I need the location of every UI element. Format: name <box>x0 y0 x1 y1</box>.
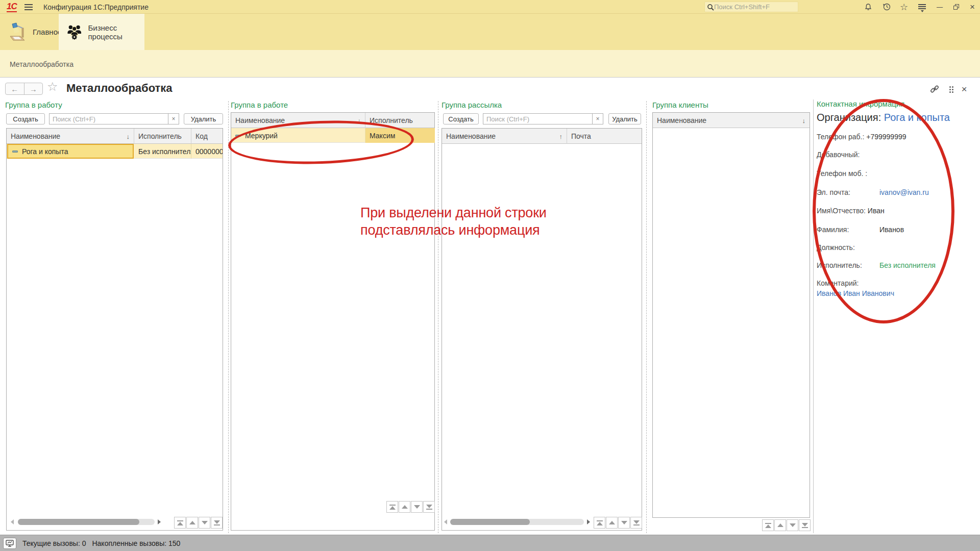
col3-delete-button[interactable]: Удалить <box>608 113 641 124</box>
breadcrumb[interactable]: Металлообработка <box>10 60 74 68</box>
back-button[interactable]: ← <box>6 83 24 94</box>
global-search-box[interactable] <box>704 2 798 12</box>
go-last-button[interactable] <box>799 519 811 531</box>
col-header-executor[interactable]: Исполнитель <box>134 129 191 144</box>
add-favorite-star-icon[interactable]: ☆ <box>47 81 58 93</box>
contact-info-heading: Контактная информация <box>817 99 904 108</box>
cell-executor[interactable]: Без исполнителя <box>134 144 191 159</box>
go-up-button[interactable] <box>399 501 410 513</box>
group-mailing-table: Наименование↑ Почта <box>442 128 642 531</box>
hscroll-right-arrow[interactable] <box>158 519 161 524</box>
col-header-code[interactable]: Код <box>191 129 223 144</box>
table-header-row: Наименование↓ <box>653 113 810 128</box>
col-header-executor[interactable]: Исполнитель <box>365 113 435 128</box>
table-header-row: Наименование↑ Почта <box>442 129 642 144</box>
column-splitter[interactable] <box>646 101 647 533</box>
column-splitter[interactable] <box>438 101 438 533</box>
name-value: Иван <box>868 207 885 215</box>
functions-menu-icon[interactable] <box>916 2 927 12</box>
status-bar: Текущие вызовы: 0 Накопленные вызовы: 15… <box>0 535 980 551</box>
group-clients-table: Наименование↓ <box>652 112 810 518</box>
title-bar: 1С Конфигурация 1С:Предприятие ☆ — <box>0 0 980 14</box>
forward-button[interactable]: → <box>24 83 43 94</box>
col-header-name[interactable]: Наименование↓ <box>231 113 365 128</box>
get-link-icon[interactable] <box>929 84 940 95</box>
hscroll-left-arrow[interactable] <box>11 519 14 524</box>
accumulated-calls-status: Накопленные вызовы: 150 <box>92 539 180 547</box>
more-actions-icon[interactable] <box>946 84 957 95</box>
col-header-mail[interactable]: Почта <box>567 129 642 144</box>
cell-executor[interactable]: Максим <box>365 128 435 143</box>
executor-link[interactable]: Без исполнителя <box>879 261 936 269</box>
go-first-button[interactable] <box>762 519 774 531</box>
hscroll-left-arrow[interactable] <box>444 519 447 524</box>
col3-search-field: × <box>483 113 603 124</box>
table-header-row: Наименование↓ Исполнитель Код <box>7 129 223 144</box>
field-extension: Добавочный: <box>817 151 860 159</box>
field-phone-work: Телефон раб.: +799999999 <box>817 133 906 141</box>
organization-label: Организация: <box>817 112 884 123</box>
sort-down-icon: ↓ <box>802 117 806 124</box>
main-menu-icon[interactable] <box>24 4 33 10</box>
panel-separator <box>813 99 814 533</box>
cell-code[interactable]: 00000001 <box>191 144 223 159</box>
col1-search-input[interactable] <box>50 114 168 124</box>
col-header-name[interactable]: Наименование↑ <box>442 129 567 144</box>
go-last-button[interactable] <box>630 517 642 529</box>
col3-search-clear-icon[interactable]: × <box>592 114 603 124</box>
current-calls-status: Текущие вызовы: 0 <box>22 539 86 547</box>
col-header-name[interactable]: Наименование↓ <box>7 129 134 144</box>
col-header-name[interactable]: Наименование↓ <box>653 113 810 128</box>
go-up-button[interactable] <box>186 517 198 529</box>
col1-delete-button[interactable]: Удалить <box>184 113 223 124</box>
go-down-button[interactable] <box>787 519 798 531</box>
hscroll-right-arrow[interactable] <box>587 519 590 524</box>
col1-create-button[interactable]: Создать <box>6 113 45 124</box>
go-up-button[interactable] <box>606 517 618 529</box>
cell-name[interactable]: Рога и копыта <box>7 144 134 159</box>
go-first-button[interactable] <box>386 501 398 513</box>
table-row[interactable]: Рога и копыта Без исполнителя 00000001 <box>7 144 223 159</box>
go-up-button[interactable] <box>774 519 786 531</box>
organization-link[interactable]: Рога и копыта <box>884 112 950 123</box>
hscrollbar-thumb[interactable] <box>18 519 139 525</box>
restore-window-icon[interactable] <box>950 2 962 12</box>
go-first-button[interactable] <box>594 517 605 529</box>
1c-logo-icon: 1С <box>7 2 17 12</box>
go-down-button[interactable] <box>199 517 210 529</box>
favorites-star-icon[interactable]: ☆ <box>898 2 910 12</box>
minimize-icon[interactable]: — <box>934 2 945 12</box>
hscrollbar-thumb[interactable] <box>450 519 530 525</box>
notifications-bell-icon[interactable] <box>863 2 874 12</box>
history-icon[interactable] <box>881 2 892 12</box>
cell-name[interactable]: Меркурий <box>231 128 365 143</box>
phone-work-value: +799999999 <box>866 133 906 141</box>
email-link[interactable]: ivanov@ivan.ru <box>879 188 929 196</box>
col3-create-button[interactable]: Создать <box>443 113 479 124</box>
search-icon <box>707 4 714 11</box>
group-mailing-heading: Группа рассылка <box>442 101 502 109</box>
field-comment-label: Коментарий: <box>817 279 859 287</box>
tab-business-processes[interactable]: Бизнесс процессы <box>59 14 144 50</box>
group-in-work-table: Наименование↓ Исполнитель Меркурий Макси… <box>231 112 435 531</box>
go-first-button[interactable] <box>174 517 186 529</box>
close-form-icon[interactable]: × <box>959 84 970 95</box>
table-header-row: Наименование↓ Исполнитель <box>231 113 434 128</box>
annotation-note-line1: При выделени данной строки <box>360 204 547 221</box>
table-row[interactable]: Меркурий Максим <box>231 128 434 143</box>
comment-link[interactable]: Иванов Иван Иванович <box>817 289 894 297</box>
go-down-button[interactable] <box>618 517 630 529</box>
go-last-button[interactable] <box>211 517 223 529</box>
go-last-button[interactable] <box>423 501 435 513</box>
col3-search-input[interactable] <box>483 114 592 124</box>
column-splitter[interactable] <box>228 101 229 533</box>
global-search-input[interactable] <box>714 3 791 11</box>
performance-indicator-icon[interactable] <box>3 538 16 549</box>
group-clients-heading: Группа клиенты <box>652 101 708 109</box>
window-title: Конфигурация 1С:Предприятие <box>43 3 149 11</box>
item-marker-icon <box>12 151 18 153</box>
field-executor: Исполнитель: Без исполнителя <box>817 261 862 269</box>
go-down-button[interactable] <box>411 501 423 513</box>
col1-search-clear-icon[interactable]: × <box>168 114 179 124</box>
close-window-icon[interactable]: × <box>967 2 978 12</box>
